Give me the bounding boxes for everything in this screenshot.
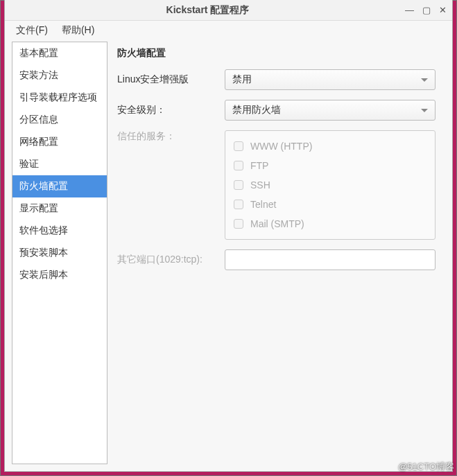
menu-file[interactable]: 文件(F)	[12, 23, 52, 38]
service-telnet: Telnet	[234, 195, 426, 214]
chevron-down-icon	[421, 78, 428, 82]
window-title: Kickstart 配置程序	[10, 4, 405, 17]
service-ftp: FTP	[234, 156, 426, 175]
checkbox-icon	[234, 219, 243, 229]
security-level-select[interactable]: 禁用防火墙	[225, 100, 436, 121]
service-label: FTP	[250, 160, 268, 171]
security-level-label: 安全级别：	[117, 104, 225, 116]
main-panel: 防火墙配置 Linux安全增强版 禁用 安全级别： 禁用防火墙 信任的服务：	[107, 42, 445, 464]
sidebar-item-display[interactable]: 显示配置	[12, 197, 107, 220]
sidebar-item-prescript[interactable]: 预安装脚本	[12, 242, 107, 264]
checkbox-icon	[234, 200, 243, 209]
menu-help[interactable]: 帮助(H)	[58, 23, 98, 38]
other-ports-input[interactable]	[225, 249, 436, 270]
chevron-down-icon	[421, 109, 428, 112]
service-label: Mail (SMTP)	[250, 218, 304, 229]
trusted-services-box: WWW (HTTP) FTP SSH Telnet	[225, 130, 436, 240]
checkbox-icon	[234, 161, 243, 170]
close-icon[interactable]: ✕	[439, 6, 447, 15]
selinux-label: Linux安全增强版	[117, 73, 225, 86]
trusted-services-label: 信任的服务：	[117, 130, 225, 143]
section-title: 防火墙配置	[117, 47, 436, 60]
sidebar-item-postscript[interactable]: 安装后脚本	[12, 264, 107, 286]
sidebar: 基本配置 安装方法 引导装载程序选项 分区信息 网络配置 验证 防火墙配置 显示…	[12, 42, 107, 464]
service-label: Telnet	[250, 199, 276, 210]
service-label: WWW (HTTP)	[250, 141, 312, 152]
sidebar-item-install-method[interactable]: 安装方法	[12, 64, 107, 87]
minimize-icon[interactable]: —	[405, 6, 414, 15]
sidebar-item-partition[interactable]: 分区信息	[12, 109, 107, 131]
maximize-icon[interactable]: ▢	[422, 6, 431, 15]
checkbox-icon	[234, 180, 243, 190]
sidebar-item-basic[interactable]: 基本配置	[12, 42, 107, 64]
other-ports-label: 其它端口(1029:tcp):	[117, 254, 225, 266]
security-level-value: 禁用防火墙	[232, 104, 281, 116]
sidebar-item-bootloader[interactable]: 引导装载程序选项	[12, 87, 107, 109]
titlebar: Kickstart 配置程序 — ▢ ✕	[5, 0, 452, 21]
service-ssh: SSH	[234, 175, 426, 195]
menubar: 文件(F) 帮助(H)	[5, 21, 452, 40]
selinux-value: 禁用	[232, 73, 252, 86]
selinux-select[interactable]: 禁用	[225, 69, 436, 90]
sidebar-item-auth[interactable]: 验证	[12, 153, 107, 175]
service-label: SSH	[250, 179, 270, 191]
checkbox-icon	[234, 141, 243, 151]
sidebar-item-packages[interactable]: 软件包选择	[12, 220, 107, 242]
service-mail: Mail (SMTP)	[234, 214, 426, 233]
service-www: WWW (HTTP)	[234, 136, 426, 156]
sidebar-item-network[interactable]: 网络配置	[12, 131, 107, 153]
sidebar-item-firewall[interactable]: 防火墙配置	[12, 175, 107, 197]
